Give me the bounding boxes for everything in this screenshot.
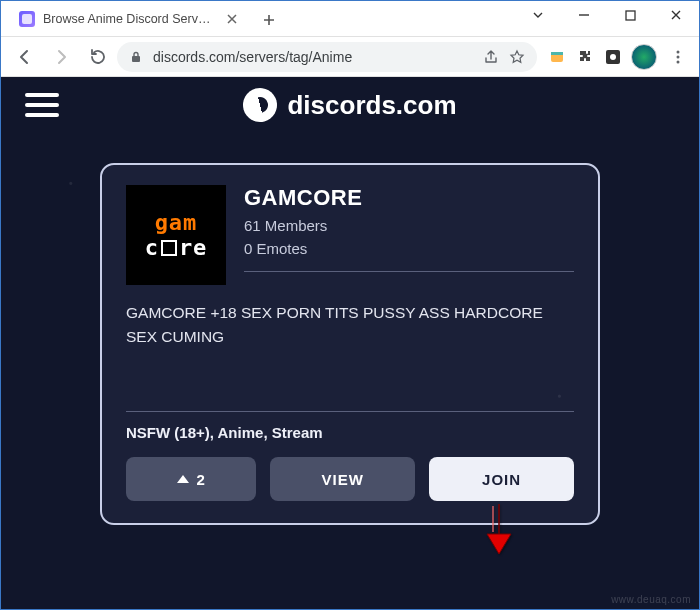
site-header: discords.com <box>1 77 699 133</box>
svg-rect-0 <box>22 14 32 24</box>
browser-tab[interactable]: Browse Anime Discord Servers | D <box>9 2 249 36</box>
logo-mark-icon <box>240 84 282 126</box>
menu-icon[interactable] <box>665 41 691 73</box>
card-actions: 2 VIEW JOIN <box>126 457 574 501</box>
server-thumbnail: gam cre <box>126 185 226 285</box>
extension-icon-1[interactable] <box>547 47 567 67</box>
svg-point-8 <box>677 55 680 58</box>
window-maximize-icon[interactable] <box>607 0 653 30</box>
address-bar[interactable]: discords.com/servers/tag/Anime <box>117 42 537 72</box>
url-text: discords.com/servers/tag/Anime <box>153 49 473 65</box>
join-button[interactable]: JOIN <box>429 457 574 501</box>
view-button[interactable]: VIEW <box>270 457 415 501</box>
extension-icon-2[interactable] <box>603 47 623 67</box>
svg-point-9 <box>677 60 680 63</box>
upvote-button[interactable]: 2 <box>126 457 256 501</box>
extension-icons <box>541 41 691 73</box>
site-brand: discords.com <box>287 90 456 121</box>
window-minimize-icon[interactable] <box>561 0 607 30</box>
server-tags: NSFW (18+), Anime, Stream <box>126 411 574 441</box>
server-emotes: 0 Emotes <box>244 240 574 257</box>
svg-point-6 <box>610 54 616 60</box>
server-description: GAMCORE +18 SEX PORN TITS PUSSY ASS HARD… <box>126 301 574 411</box>
star-icon[interactable] <box>509 49 525 65</box>
server-members: 61 Members <box>244 217 574 234</box>
new-tab-button[interactable] <box>255 6 283 34</box>
hamburger-menu[interactable] <box>25 85 65 125</box>
upvote-count: 2 <box>197 471 206 488</box>
window-close-icon[interactable] <box>653 0 699 30</box>
lock-icon <box>129 50 143 64</box>
browser-toolbar: discords.com/servers/tag/Anime <box>1 37 699 77</box>
svg-rect-4 <box>551 52 563 55</box>
watermark: www.deuaq.com <box>611 594 691 605</box>
back-button[interactable] <box>9 41 41 73</box>
tab-title: Browse Anime Discord Servers | D <box>43 12 217 26</box>
titlebar: Browse Anime Discord Servers | D <box>1 1 699 37</box>
tab-close-icon[interactable] <box>225 12 239 26</box>
profile-avatar[interactable] <box>631 44 657 70</box>
extensions-puzzle-icon[interactable] <box>575 47 595 67</box>
window-controls <box>515 0 699 36</box>
window-caret-icon[interactable] <box>515 0 561 30</box>
reload-button[interactable] <box>81 41 113 73</box>
server-card: gam cre GAMCORE 61 Members 0 Emotes GAMC… <box>100 163 600 525</box>
upvote-triangle-icon <box>177 475 189 483</box>
tab-favicon <box>19 11 35 27</box>
svg-rect-1 <box>626 11 635 20</box>
site-logo[interactable]: discords.com <box>243 88 456 122</box>
svg-point-7 <box>677 50 680 53</box>
server-name: GAMCORE <box>244 185 574 211</box>
share-icon[interactable] <box>483 49 499 65</box>
forward-button[interactable] <box>45 41 77 73</box>
svg-rect-2 <box>132 56 140 62</box>
page-content: discords.com gam cre GAMCORE 61 Members … <box>1 77 699 609</box>
